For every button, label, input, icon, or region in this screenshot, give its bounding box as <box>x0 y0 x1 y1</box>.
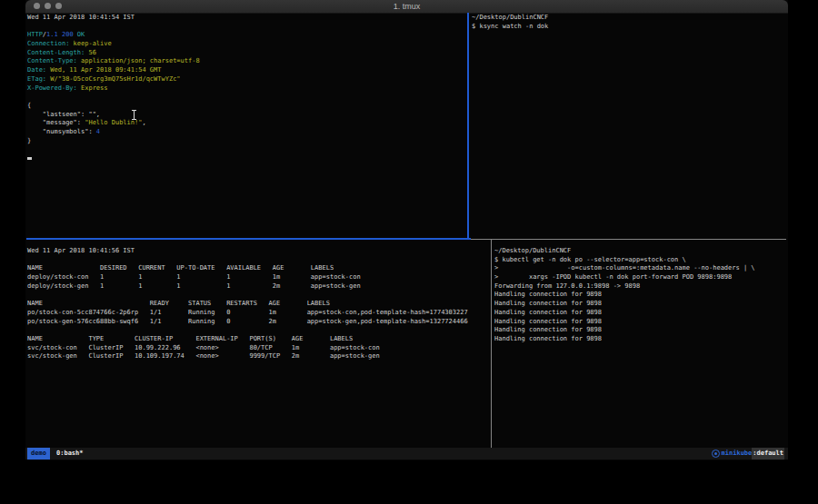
status-right-section: minikube :default <box>712 448 784 460</box>
terminal-line: ~/Desktop/DublinCNCF <box>494 247 786 256</box>
terminal-line: ~/Desktop/DublinCNCF <box>472 14 786 23</box>
pane-kubectl-get[interactable]: Wed 11 Apr 2018 10:41:56 ISTNAME DESIRED… <box>27 247 489 446</box>
terminal-line: Wed 11 Apr 2018 10:41:54 IST <box>27 14 465 23</box>
terminal-line: po/stock-con-5cc874766c-2p6rp 1/1 Runnin… <box>27 309 489 318</box>
terminal-line: Date: Wed, 11 Apr 2018 09:41:54 GMT <box>27 66 465 75</box>
terminal-line <box>27 145 465 154</box>
pane-divider-vertical-bottom[interactable] <box>491 240 492 448</box>
window-title: 1. tmux <box>25 2 788 11</box>
terminal-line: > -o=custom-columns=:metadata.name --no-… <box>494 264 786 273</box>
terminal-line: ETag: W/"38-O5coCsrg3mQ75sHr1d/qcWTwYZc" <box>27 75 465 84</box>
terminal-line <box>27 291 489 300</box>
terminal-line: _ <box>27 154 465 163</box>
terminal-line: X-Powered-By: Express <box>27 84 465 94</box>
terminal-line: Wed 11 Apr 2018 10:41:56 IST <box>27 247 489 256</box>
terminal-line: { <box>27 102 465 111</box>
active-pane-divider-horizontal[interactable] <box>26 238 471 240</box>
terminal-line <box>27 93 465 102</box>
terminal-line: > xargs -IPOD kubectl -n dok port-forwar… <box>494 273 786 282</box>
terminal-line: "lastseen": "", <box>27 111 465 120</box>
terminal-line: $ kubectl get -n dok po --selector=app=s… <box>494 256 786 265</box>
terminal-line: "message": "Hello Dublin!", <box>27 119 465 128</box>
terminal-line: Handling connection for 9898 <box>494 335 786 344</box>
terminal-line: } <box>27 137 465 146</box>
kube-namespace-label: :default <box>752 448 784 460</box>
kube-context-label: minikube <box>722 448 753 460</box>
session-name-badge: demo <box>27 448 50 460</box>
window-tab-bash[interactable]: 0:bash* <box>56 448 84 460</box>
terminal-window: 1. tmux Wed 11 Apr 2018 10:41:54 ISTHTTP… <box>25 0 788 460</box>
terminal-line: Handling connection for 9898 <box>494 309 786 318</box>
terminal-line: NAME DESIRED CURRENT UP-TO-DATE AVAILABL… <box>27 264 489 273</box>
desktop-background: 1. tmux Wed 11 Apr 2018 10:41:54 ISTHTTP… <box>0 0 818 504</box>
terminal-line: Handling connection for 9898 <box>494 326 786 335</box>
terminal-line: deploy/stock-con 1 1 1 1 1m app=stock-co… <box>27 273 489 282</box>
title-bar[interactable]: 1. tmux <box>25 0 788 14</box>
terminal-line: Content-Type: application/json; charset=… <box>27 57 465 66</box>
terminal-line <box>27 256 489 265</box>
terminal-line: NAME READY STATUS RESTARTS AGE LABELS <box>27 300 489 309</box>
pane-http-response[interactable]: Wed 11 Apr 2018 10:41:54 ISTHTTP/1.1 200… <box>27 14 465 237</box>
terminal-line: "numsymbols": 4 <box>27 128 465 137</box>
pane-divider-horizontal-right[interactable] <box>471 239 786 240</box>
terminal-line: po/stock-gen-576cc688bb-swqf6 1/1 Runnin… <box>27 318 489 327</box>
terminal-line: Handling connection for 9898 <box>494 300 786 309</box>
active-pane-divider-vertical[interactable] <box>467 13 469 240</box>
terminal-line: Handling connection for 9898 <box>494 291 786 300</box>
terminal-line: svc/stock-con ClusterIP 10.99.222.96 <no… <box>27 344 489 353</box>
terminal-line: Connection: keep-alive <box>27 40 465 49</box>
pane-ksync-watch[interactable]: ~/Desktop/DublinCNCF$ ksync watch -n dok <box>472 14 786 237</box>
terminal-line: HTTP/1.1 200 OK <box>27 31 465 40</box>
kubernetes-helm-icon <box>712 450 720 458</box>
terminal-line: svc/stock-gen ClusterIP 10.109.197.74 <n… <box>27 352 489 361</box>
tmux-status-bar: demo 0:bash* minikube :default <box>25 448 788 460</box>
terminal-line <box>27 326 489 335</box>
terminal-line: Content-Length: 56 <box>27 49 465 58</box>
terminal-line: Forwarding from 127.0.0.1:9898 -> 9898 <box>494 282 786 292</box>
terminal-line: deploy/stock-gen 1 1 1 1 2m app=stock-ge… <box>27 282 489 292</box>
terminal-line: NAME TYPE CLUSTER-IP EXTERNAL-IP PORT(S)… <box>27 335 489 344</box>
mouse-ibeam-cursor <box>131 110 137 120</box>
terminal-line: $ ksync watch -n dok <box>472 23 786 32</box>
terminal-line: Handling connection for 9898 <box>494 318 786 327</box>
terminal-line <box>27 23 465 32</box>
pane-port-forward[interactable]: ~/Desktop/DublinCNCF$ kubectl get -n dok… <box>494 247 786 446</box>
